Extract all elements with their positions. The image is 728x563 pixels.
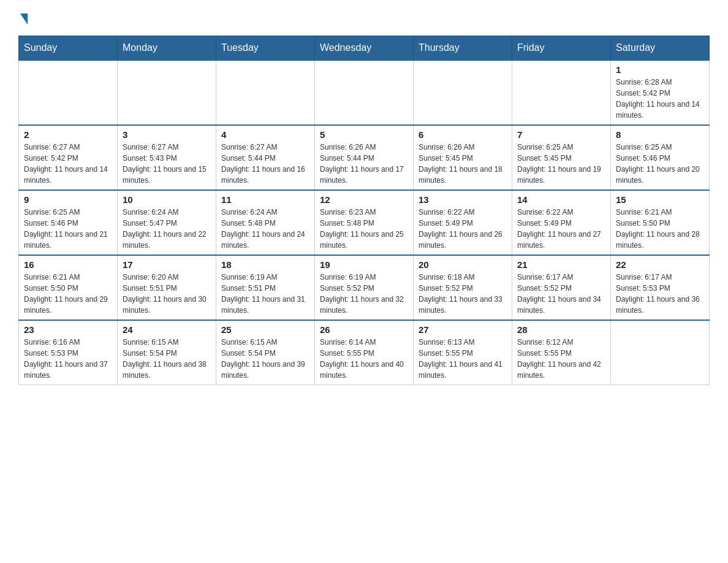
calendar-cell: 17Sunrise: 6:20 AMSunset: 5:51 PMDayligh… — [118, 255, 216, 320]
day-number: 1 — [616, 64, 704, 75]
day-number: 8 — [616, 129, 704, 140]
day-info: Sunrise: 6:26 AMSunset: 5:45 PMDaylight:… — [419, 142, 507, 186]
day-number: 12 — [320, 194, 408, 205]
day-info: Sunrise: 6:15 AMSunset: 5:54 PMDaylight:… — [123, 337, 211, 381]
day-info: Sunrise: 6:22 AMSunset: 5:49 PMDaylight:… — [517, 207, 605, 251]
calendar-cell: 8Sunrise: 6:25 AMSunset: 5:46 PMDaylight… — [611, 125, 710, 190]
page-header — [18, 12, 710, 23]
calendar-header-monday: Monday — [118, 36, 216, 61]
logo — [18, 12, 28, 23]
day-number: 26 — [320, 324, 408, 335]
day-info: Sunrise: 6:24 AMSunset: 5:48 PMDaylight:… — [221, 207, 309, 251]
calendar-cell: 12Sunrise: 6:23 AMSunset: 5:48 PMDayligh… — [315, 190, 414, 255]
calendar-header-saturday: Saturday — [611, 36, 710, 61]
day-info: Sunrise: 6:15 AMSunset: 5:54 PMDaylight:… — [221, 337, 309, 381]
day-info: Sunrise: 6:19 AMSunset: 5:51 PMDaylight:… — [221, 272, 309, 316]
calendar-week-row: 2Sunrise: 6:27 AMSunset: 5:42 PMDaylight… — [19, 125, 710, 190]
calendar-cell — [611, 320, 710, 385]
day-info: Sunrise: 6:20 AMSunset: 5:51 PMDaylight:… — [123, 272, 211, 316]
day-number: 3 — [123, 129, 211, 140]
calendar-cell: 13Sunrise: 6:22 AMSunset: 5:49 PMDayligh… — [414, 190, 512, 255]
day-number: 25 — [221, 324, 309, 335]
day-info: Sunrise: 6:25 AMSunset: 5:46 PMDaylight:… — [616, 142, 704, 186]
day-number: 13 — [419, 194, 507, 205]
calendar-cell: 16Sunrise: 6:21 AMSunset: 5:50 PMDayligh… — [19, 255, 118, 320]
calendar-week-row: 16Sunrise: 6:21 AMSunset: 5:50 PMDayligh… — [19, 255, 710, 320]
day-info: Sunrise: 6:21 AMSunset: 5:50 PMDaylight:… — [24, 272, 112, 316]
calendar-cell: 27Sunrise: 6:13 AMSunset: 5:55 PMDayligh… — [414, 320, 512, 385]
day-number: 10 — [123, 194, 211, 205]
calendar-week-row: 23Sunrise: 6:16 AMSunset: 5:53 PMDayligh… — [19, 320, 710, 385]
day-number: 19 — [320, 259, 408, 270]
day-info: Sunrise: 6:27 AMSunset: 5:43 PMDaylight:… — [123, 142, 211, 186]
calendar-cell: 25Sunrise: 6:15 AMSunset: 5:54 PMDayligh… — [216, 320, 315, 385]
day-number: 23 — [24, 324, 112, 335]
day-number: 11 — [221, 194, 309, 205]
day-number: 9 — [24, 194, 112, 205]
calendar-header-row: SundayMondayTuesdayWednesdayThursdayFrid… — [19, 36, 710, 61]
day-number: 5 — [320, 129, 408, 140]
day-info: Sunrise: 6:12 AMSunset: 5:55 PMDaylight:… — [517, 337, 605, 381]
day-number: 2 — [24, 129, 112, 140]
calendar-cell: 2Sunrise: 6:27 AMSunset: 5:42 PMDaylight… — [19, 125, 118, 190]
calendar-week-row: 1Sunrise: 6:28 AMSunset: 5:42 PMDaylight… — [19, 60, 710, 125]
calendar-cell — [19, 60, 118, 125]
day-info: Sunrise: 6:14 AMSunset: 5:55 PMDaylight:… — [320, 337, 408, 381]
calendar-cell: 1Sunrise: 6:28 AMSunset: 5:42 PMDaylight… — [611, 60, 710, 125]
day-number: 4 — [221, 129, 309, 140]
day-number: 18 — [221, 259, 309, 270]
calendar-cell: 5Sunrise: 6:26 AMSunset: 5:44 PMDaylight… — [315, 125, 414, 190]
day-info: Sunrise: 6:24 AMSunset: 5:47 PMDaylight:… — [123, 207, 211, 251]
day-number: 21 — [517, 259, 605, 270]
calendar-cell: 26Sunrise: 6:14 AMSunset: 5:55 PMDayligh… — [315, 320, 414, 385]
calendar-cell: 7Sunrise: 6:25 AMSunset: 5:45 PMDaylight… — [512, 125, 611, 190]
calendar-header-friday: Friday — [512, 36, 611, 61]
day-number: 24 — [123, 324, 211, 335]
calendar-cell: 15Sunrise: 6:21 AMSunset: 5:50 PMDayligh… — [611, 190, 710, 255]
day-info: Sunrise: 6:23 AMSunset: 5:48 PMDaylight:… — [320, 207, 408, 251]
calendar-cell: 18Sunrise: 6:19 AMSunset: 5:51 PMDayligh… — [216, 255, 315, 320]
calendar-header-sunday: Sunday — [19, 36, 118, 61]
day-info: Sunrise: 6:28 AMSunset: 5:42 PMDaylight:… — [616, 77, 704, 121]
day-number: 27 — [419, 324, 507, 335]
day-number: 28 — [517, 324, 605, 335]
calendar-cell: 23Sunrise: 6:16 AMSunset: 5:53 PMDayligh… — [19, 320, 118, 385]
calendar-cell: 10Sunrise: 6:24 AMSunset: 5:47 PMDayligh… — [118, 190, 216, 255]
calendar-cell: 24Sunrise: 6:15 AMSunset: 5:54 PMDayligh… — [118, 320, 216, 385]
calendar-cell — [512, 60, 611, 125]
day-number: 20 — [419, 259, 507, 270]
calendar-cell: 22Sunrise: 6:17 AMSunset: 5:53 PMDayligh… — [611, 255, 710, 320]
day-info: Sunrise: 6:18 AMSunset: 5:52 PMDaylight:… — [419, 272, 507, 316]
calendar-cell: 28Sunrise: 6:12 AMSunset: 5:55 PMDayligh… — [512, 320, 611, 385]
calendar-week-row: 9Sunrise: 6:25 AMSunset: 5:46 PMDaylight… — [19, 190, 710, 255]
day-number: 22 — [616, 259, 704, 270]
calendar-cell — [315, 60, 414, 125]
calendar-header-wednesday: Wednesday — [315, 36, 414, 61]
day-info: Sunrise: 6:21 AMSunset: 5:50 PMDaylight:… — [616, 207, 704, 251]
day-info: Sunrise: 6:27 AMSunset: 5:42 PMDaylight:… — [24, 142, 112, 186]
day-info: Sunrise: 6:26 AMSunset: 5:44 PMDaylight:… — [320, 142, 408, 186]
day-number: 16 — [24, 259, 112, 270]
calendar-cell: 21Sunrise: 6:17 AMSunset: 5:52 PMDayligh… — [512, 255, 611, 320]
day-info: Sunrise: 6:17 AMSunset: 5:53 PMDaylight:… — [616, 272, 704, 316]
calendar-cell: 9Sunrise: 6:25 AMSunset: 5:46 PMDaylight… — [19, 190, 118, 255]
day-number: 14 — [517, 194, 605, 205]
calendar-cell: 20Sunrise: 6:18 AMSunset: 5:52 PMDayligh… — [414, 255, 512, 320]
day-info: Sunrise: 6:17 AMSunset: 5:52 PMDaylight:… — [517, 272, 605, 316]
calendar-cell: 14Sunrise: 6:22 AMSunset: 5:49 PMDayligh… — [512, 190, 611, 255]
day-info: Sunrise: 6:22 AMSunset: 5:49 PMDaylight:… — [419, 207, 507, 251]
calendar-header-tuesday: Tuesday — [216, 36, 315, 61]
logo-arrow-icon — [20, 13, 28, 25]
day-number: 7 — [517, 129, 605, 140]
calendar-cell — [414, 60, 512, 125]
day-info: Sunrise: 6:16 AMSunset: 5:53 PMDaylight:… — [24, 337, 112, 381]
day-info: Sunrise: 6:27 AMSunset: 5:44 PMDaylight:… — [221, 142, 309, 186]
day-info: Sunrise: 6:19 AMSunset: 5:52 PMDaylight:… — [320, 272, 408, 316]
calendar-header-thursday: Thursday — [414, 36, 512, 61]
calendar-cell: 19Sunrise: 6:19 AMSunset: 5:52 PMDayligh… — [315, 255, 414, 320]
day-number: 6 — [419, 129, 507, 140]
calendar-cell: 3Sunrise: 6:27 AMSunset: 5:43 PMDaylight… — [118, 125, 216, 190]
day-number: 17 — [123, 259, 211, 270]
calendar-cell: 11Sunrise: 6:24 AMSunset: 5:48 PMDayligh… — [216, 190, 315, 255]
day-info: Sunrise: 6:25 AMSunset: 5:45 PMDaylight:… — [517, 142, 605, 186]
